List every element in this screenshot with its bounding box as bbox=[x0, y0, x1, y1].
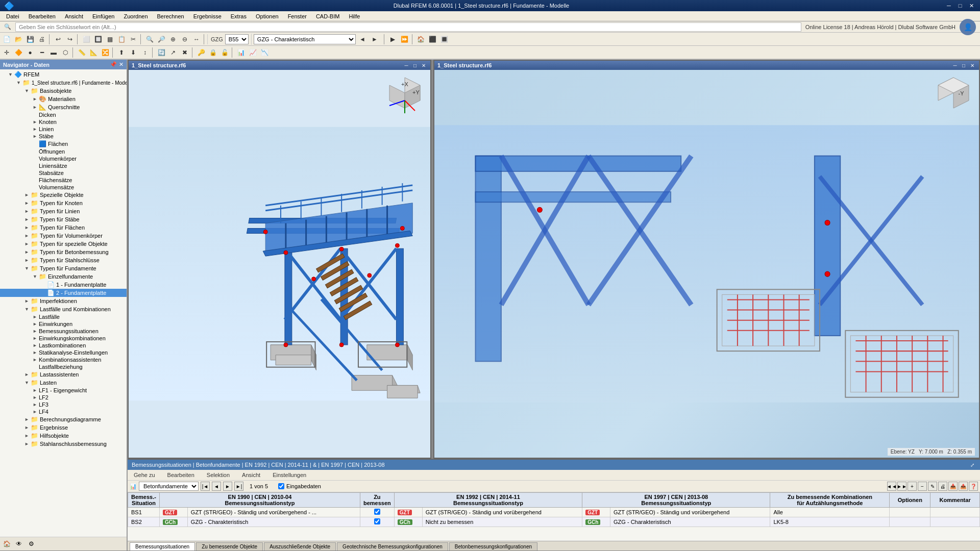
print-btn[interactable]: 🖨 bbox=[36, 34, 47, 45]
dt-btn-2[interactable]: ►► bbox=[897, 482, 906, 491]
tree-ergebnisse[interactable]: ► 📁 Ergebnisse bbox=[0, 423, 127, 432]
tree-lf2[interactable]: ► LF2 bbox=[0, 394, 127, 401]
tree-dicken[interactable]: ► Dicken bbox=[0, 111, 127, 118]
dt-btn-5[interactable]: ✎ bbox=[928, 482, 937, 491]
dt-btn-3[interactable]: + bbox=[908, 482, 917, 491]
tb-btn-9[interactable]: 🔎 bbox=[156, 34, 167, 45]
tb2-btn-3[interactable]: ● bbox=[24, 47, 36, 58]
tree-typen-spezielle[interactable]: ► 📁 Typen für spezielle Objekte bbox=[0, 240, 127, 248]
tree-lastfallbez[interactable]: ► Lastfallbeziehung bbox=[0, 363, 127, 370]
model-left-viewport[interactable]: +X +Y bbox=[129, 70, 430, 458]
tb2-btn-16[interactable]: 🔑 bbox=[195, 47, 207, 58]
tab-zu-bemessende[interactable]: Zu bemessende Objekte bbox=[196, 542, 263, 550]
edit-btn[interactable]: Bearbeiten bbox=[163, 471, 199, 479]
nav-tree[interactable]: ▼ 🔷 RFEM ▼ 📁 1_Steel structure.rf6 | Fun… bbox=[0, 69, 127, 537]
tree-einwirkungen[interactable]: ► Einwirkungen bbox=[0, 320, 127, 328]
tb-btn-12[interactable]: ↔ bbox=[191, 34, 202, 45]
tb2-btn-2[interactable]: 🔶 bbox=[13, 47, 24, 58]
data-nav-prev[interactable]: ◄ bbox=[212, 482, 221, 491]
nav-settings-btn[interactable]: ⚙ bbox=[26, 538, 37, 549]
close-button[interactable]: ✕ bbox=[967, 1, 976, 10]
tree-einzelfundamente[interactable]: ▼ 📁 Einzelfundamente bbox=[0, 272, 127, 281]
tb-btn-4[interactable]: 🔲 bbox=[92, 34, 104, 45]
maximize-button[interactable]: □ bbox=[955, 1, 965, 10]
menu-optionen[interactable]: Optionen bbox=[252, 12, 283, 20]
tree-lastassistenten[interactable]: ► 📁 Lastassistenten bbox=[0, 370, 127, 379]
tree-einwirkungskombi[interactable]: ► Einwirkungskombinationen bbox=[0, 335, 127, 342]
bottom-panel-expand[interactable]: ⤢ bbox=[969, 461, 976, 468]
tree-statik[interactable]: ► Statikanalyse-Einstellungen bbox=[0, 349, 127, 356]
data-nav-next[interactable]: ► bbox=[223, 482, 232, 491]
tree-project[interactable]: ▼ 📁 1_Steel structure.rf6 | Fundamente -… bbox=[0, 79, 127, 87]
tree-volumensaetze[interactable]: ► Volumensätze bbox=[0, 184, 127, 191]
tb2-btn-11[interactable]: ⬇ bbox=[128, 47, 139, 58]
nav-pin-btn[interactable]: 📌 bbox=[110, 61, 117, 68]
tree-typen-beton[interactable]: ► 📁 Typen für Betonbemessung bbox=[0, 248, 127, 256]
nav-home-btn[interactable]: 🏠 bbox=[1, 538, 12, 549]
nav-close-btn[interactable]: ✕ bbox=[119, 61, 124, 68]
settings-menu-btn[interactable]: Einstellungen bbox=[268, 471, 310, 479]
menu-ergebnisse[interactable]: Ergebnisse bbox=[189, 12, 226, 20]
nav-cube-right[interactable]: -Y bbox=[933, 75, 974, 116]
table-row-bs2[interactable]: BS2 GCh GZG - Charakteristisch GCh Nicht… bbox=[128, 517, 980, 527]
redo-btn[interactable]: ↪ bbox=[64, 34, 76, 45]
tb2-btn-12[interactable]: ↕ bbox=[139, 47, 151, 58]
menu-zuordnen[interactable]: Zuordnen bbox=[119, 12, 152, 20]
tb2-btn-14[interactable]: ↗ bbox=[167, 47, 179, 58]
menu-einfuegen[interactable]: Einfügen bbox=[88, 12, 118, 20]
nav-right-btn[interactable]: ► bbox=[369, 34, 380, 45]
tb2-btn-18[interactable]: 🔓 bbox=[219, 47, 230, 58]
dt-btn-1[interactable]: ◄◄ bbox=[887, 482, 896, 491]
tree-berechnungsdiagramme[interactable]: ► 📁 Berechnungsdiagramme bbox=[0, 415, 127, 423]
tree-spezielle[interactable]: ► 📁 Spezielle Objekte bbox=[0, 191, 127, 199]
tb2-btn-6[interactable]: ⬡ bbox=[60, 47, 71, 58]
tb2-btn-9[interactable]: 🔀 bbox=[100, 47, 111, 58]
tree-imperfektionen[interactable]: ► 📁 Imperfektionen bbox=[0, 297, 127, 305]
tree-typen-stahl[interactable]: ► 📁 Typen für Stahlschlüsse bbox=[0, 256, 127, 264]
tb-btn-6[interactable]: 📋 bbox=[116, 34, 127, 45]
tb2-btn-1[interactable]: ✛ bbox=[1, 47, 12, 58]
menu-hilfe[interactable]: Hilfe bbox=[345, 12, 364, 20]
tb2-btn-4[interactable]: ━ bbox=[36, 47, 47, 58]
tree-fund-1[interactable]: ► 📄 1 - Fundamentplatte bbox=[0, 281, 127, 289]
menu-datei[interactable]: Datei bbox=[2, 12, 23, 20]
view-btn-2[interactable]: ⬛ bbox=[427, 34, 438, 45]
selection-btn[interactable]: Selektion bbox=[203, 471, 234, 479]
tb2-btn-7[interactable]: 📏 bbox=[76, 47, 87, 58]
tree-querschnitte[interactable]: ► 📐 Querschnitte bbox=[0, 103, 127, 111]
tab-betonbemessung[interactable]: Betonbemessungskonfigurationen bbox=[449, 542, 537, 550]
tree-basisobjekte[interactable]: ▼ 📁 Basisobjekte bbox=[0, 87, 127, 95]
tb2-btn-13[interactable]: 🔄 bbox=[156, 47, 167, 58]
menu-berechnen[interactable]: Berechnen bbox=[153, 12, 188, 20]
tree-typen-linien[interactable]: ► 📁 Typen für Linien bbox=[0, 207, 127, 215]
keyword-search-input[interactable] bbox=[15, 22, 801, 32]
menu-fenster[interactable]: Fenster bbox=[284, 12, 311, 20]
goto-btn[interactable]: Gehe zu bbox=[130, 471, 159, 479]
tb2-btn-10[interactable]: ⬆ bbox=[116, 47, 127, 58]
tree-lf3[interactable]: ► LF3 bbox=[0, 401, 127, 408]
nav-left-btn[interactable]: ◄ bbox=[357, 34, 368, 45]
menu-extras[interactable]: Extras bbox=[227, 12, 251, 20]
model-left-maximize[interactable]: □ bbox=[411, 62, 419, 69]
tree-typen-flaechen[interactable]: ► 📁 Typen für Flächen bbox=[0, 223, 127, 232]
tb2-btn-5[interactable]: ▬ bbox=[48, 47, 59, 58]
tb-btn-8[interactable]: 🔍 bbox=[144, 34, 155, 45]
tree-hilfsobjekte[interactable]: ► 📁 Hilfsobjekte bbox=[0, 432, 127, 440]
dt-btn-4[interactable]: − bbox=[918, 482, 927, 491]
eingabedaten-checkbox[interactable] bbox=[278, 483, 284, 489]
tb-btn-3[interactable]: ⬜ bbox=[81, 34, 92, 45]
view-menu-btn[interactable]: Ansicht bbox=[238, 471, 264, 479]
menu-ansicht[interactable]: Ansicht bbox=[61, 12, 87, 20]
menu-bearbeiten[interactable]: Bearbeiten bbox=[24, 12, 60, 20]
tree-liniensaetze[interactable]: ► Liniensätze bbox=[0, 162, 127, 169]
tree-linien[interactable]: ► Linien bbox=[0, 126, 127, 133]
tb-btn-7[interactable]: ✂ bbox=[128, 34, 139, 45]
dt-btn-6[interactable]: 🖨 bbox=[938, 482, 947, 491]
tree-kombassist[interactable]: ► Kombinationsassistenten bbox=[0, 356, 127, 363]
tree-typen-volumenkoerper[interactable]: ► 📁 Typen für Volumenkörper bbox=[0, 232, 127, 240]
dt-btn-8[interactable]: 📤 bbox=[959, 482, 968, 491]
tree-materialien[interactable]: ► 🎨 Materialien bbox=[0, 95, 127, 103]
tree-stahlanschluss[interactable]: ► 📁 Stahlanschlussbemessung bbox=[0, 440, 127, 448]
tree-typen-fundamente[interactable]: ▼ 📁 Typen für Fundamente bbox=[0, 264, 127, 272]
calc-all-btn[interactable]: ⏩ bbox=[399, 34, 410, 45]
